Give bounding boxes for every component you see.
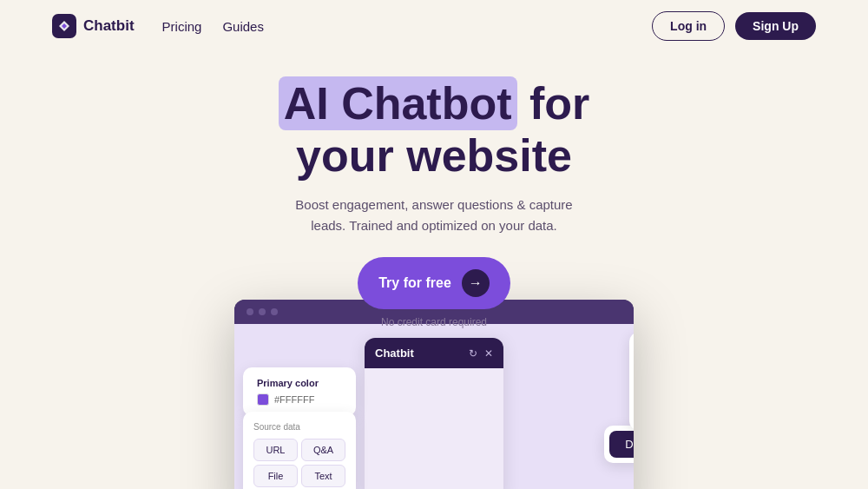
source-file-btn[interactable]: File xyxy=(253,465,298,487)
source-url-btn[interactable]: URL xyxy=(253,439,298,461)
nav-links: Pricing Guides xyxy=(162,19,264,34)
color-swatch-row: #FFFFFF xyxy=(257,393,342,406)
dark-light-card: Dark Light xyxy=(604,426,634,463)
signup-button[interactable]: Sign Up xyxy=(735,12,816,40)
primary-color-label: Primary color xyxy=(257,378,342,388)
cta-label: Try for free xyxy=(378,275,451,291)
source-data-card: Source data URL Q&A File Text xyxy=(243,412,356,489)
primary-color-card: Primary color #FFFFFF xyxy=(243,367,356,416)
cta-arrow-icon: → xyxy=(462,269,490,297)
chatbit-panel: Chatbit ↻ ✕ xyxy=(365,338,503,489)
color-hex: #FFFFFF xyxy=(274,394,314,405)
chatbit-panel-title: Chatbit xyxy=(375,347,414,360)
cta-note: No credit card required xyxy=(381,316,487,328)
navbar-left: Chatbit Pricing Guides xyxy=(52,14,264,38)
dark-theme-button[interactable]: Dark xyxy=(609,431,634,458)
hero-subtitle: Boost engagement, answer questions & cap… xyxy=(0,195,868,236)
logo-text: Chatbit xyxy=(83,17,135,35)
chatbit-header: Chatbit ↻ ✕ xyxy=(365,338,503,368)
color-swatch[interactable] xyxy=(257,393,269,406)
cta-button[interactable]: Try for free → xyxy=(358,257,510,309)
source-qa-btn[interactable]: Q&A xyxy=(301,439,345,461)
logo[interactable]: Chatbit xyxy=(52,14,135,38)
source-data-label: Source data xyxy=(253,422,345,432)
browser-mockup: Primary color #FFFFFF Source data URL Q&… xyxy=(234,300,634,489)
chatbit-header-icons: ↻ ✕ xyxy=(469,347,493,360)
logo-icon xyxy=(52,14,76,38)
nav-link-pricing[interactable]: Pricing xyxy=(162,19,202,34)
nav-link-guides[interactable]: Guides xyxy=(222,19,264,34)
browser-window: Primary color #FFFFFF Source data URL Q&… xyxy=(234,300,634,489)
refresh-icon[interactable]: ↻ xyxy=(469,347,477,360)
source-text-btn[interactable]: Text xyxy=(301,465,345,487)
navbar-right: Log in Sign Up xyxy=(652,11,816,41)
close-icon[interactable]: ✕ xyxy=(484,347,493,360)
source-data-grid: URL Q&A File Text xyxy=(253,439,345,487)
browser-body: Primary color #FFFFFF Source data URL Q&… xyxy=(234,324,634,489)
login-button[interactable]: Log in xyxy=(652,11,725,41)
hero-section: AI Chatbot foryour website Boost engagem… xyxy=(0,52,868,328)
hero-title: AI Chatbot foryour website xyxy=(0,78,868,182)
chatbit-body xyxy=(365,368,503,489)
hero-title-highlight: AI Chatbot xyxy=(279,76,517,130)
navbar: Chatbit Pricing Guides Log in Sign Up xyxy=(0,0,868,52)
lead-card: Lead 🧑 Marvin McKinney marvin@pix-dot.co… xyxy=(629,333,634,430)
cta-container: Try for free → No credit card required xyxy=(0,257,868,328)
